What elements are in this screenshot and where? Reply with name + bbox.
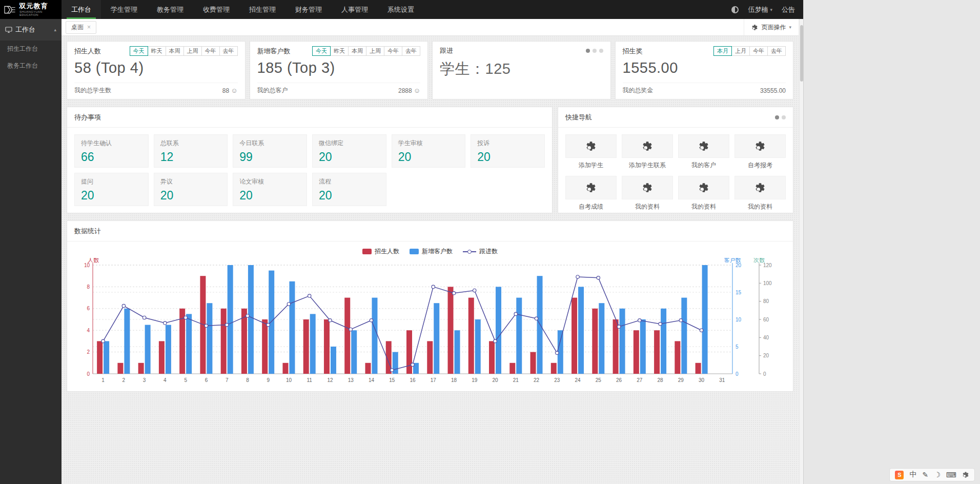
time-filter-button[interactable]: 今天 <box>312 46 331 56</box>
svg-text:0: 0 <box>87 371 90 377</box>
todo-item: 微信绑定20 <box>312 134 386 168</box>
todo-value: 20 <box>477 150 538 164</box>
second-row: 待办事项 待学生确认66总联系12今日联系99微信绑定20学生审核20投诉20提… <box>67 107 793 213</box>
sidebar-item[interactable]: 招生工作台 <box>0 41 62 57</box>
quick-nav-item[interactable]: 我的资料 <box>734 176 786 211</box>
nav-item[interactable]: 招生管理 <box>239 0 285 19</box>
time-filter-button[interactable]: 去年 <box>767 46 786 56</box>
time-filter-button[interactable]: 上周 <box>183 46 202 56</box>
time-filter-button[interactable]: 今年 <box>384 46 402 56</box>
todo-item: 待学生确认66 <box>74 134 149 168</box>
footer-value: 2888☺ <box>398 87 420 94</box>
nav-item[interactable]: 教务管理 <box>147 0 193 19</box>
smiley-icon: ☺ <box>414 87 420 94</box>
svg-text:10: 10 <box>84 263 90 268</box>
nav-item[interactable]: 工作台 <box>62 0 101 19</box>
svg-text:30: 30 <box>699 377 705 383</box>
legend-marker <box>463 249 476 255</box>
svg-text:60: 60 <box>763 317 769 322</box>
svg-text:18: 18 <box>451 377 457 383</box>
time-filter-button[interactable]: 今天 <box>130 46 148 56</box>
legend-item[interactable]: 新增客户数 <box>410 247 453 256</box>
notice-link[interactable]: 公告 <box>782 5 795 14</box>
legend-label: 新增客户数 <box>422 247 453 256</box>
vertical-scrollbar[interactable] <box>799 19 803 484</box>
footer-label: 我的总学生数 <box>74 86 111 95</box>
quick-nav-item[interactable]: 我的资料 <box>622 176 673 211</box>
moon-icon[interactable]: ☽ <box>934 471 941 479</box>
todo-value: 99 <box>239 150 300 164</box>
time-filter-button[interactable]: 上周 <box>366 46 384 56</box>
svg-text:10: 10 <box>286 377 292 383</box>
card-title: 新增客户数 <box>257 47 291 56</box>
carousel-dot[interactable] <box>775 115 779 119</box>
todo-label: 微信绑定 <box>319 139 380 148</box>
keyboard-icon[interactable]: ⌨ <box>946 471 956 479</box>
quick-nav-grid: 添加学生添加学生联系我的客户自考报考自考成绩我的资料我的资料我的资料 <box>558 128 793 218</box>
quick-nav-tile <box>565 176 617 199</box>
logo-icon <box>3 3 17 16</box>
nav-item[interactable]: 人事管理 <box>332 0 378 19</box>
time-filter-button[interactable]: 去年 <box>219 46 238 56</box>
time-filter-button[interactable]: 本周 <box>348 46 366 56</box>
todo-item: 异议20 <box>154 173 228 206</box>
quick-nav-item[interactable]: 自考报考 <box>734 134 786 170</box>
quick-nav-label: 我的资料 <box>622 203 673 211</box>
svg-text:8: 8 <box>87 284 90 290</box>
footer-label: 我的总奖金 <box>623 86 654 95</box>
time-filter-button[interactable]: 去年 <box>402 46 420 56</box>
stat-card-followup: 跟进 学生：125 <box>432 41 611 99</box>
carousel-dot[interactable] <box>586 49 590 53</box>
svg-text:80: 80 <box>763 298 769 304</box>
nav-item[interactable]: 财务管理 <box>285 0 332 19</box>
nav-item[interactable]: 学生管理 <box>101 0 147 19</box>
close-icon[interactable]: × <box>87 24 91 30</box>
quick-nav-item[interactable]: 我的客户 <box>678 134 729 170</box>
quick-nav-item[interactable]: 自考成绩 <box>565 176 617 211</box>
quick-nav-item[interactable]: 添加学生联系 <box>622 134 673 170</box>
ime-lang-toggle[interactable]: 中 <box>909 470 916 479</box>
time-filter-button[interactable]: 今年 <box>201 46 220 56</box>
nav-item[interactable]: 系统设置 <box>378 0 424 19</box>
settings-icon[interactable] <box>962 471 969 478</box>
brand-logo[interactable]: 双元教育 SHUANGYUAN EDUCATION <box>0 0 62 19</box>
todo-panel: 待办事项 待学生确认66总联系12今日联系99微信绑定20学生审核20投诉20提… <box>67 107 553 213</box>
carousel-dot[interactable] <box>782 115 786 119</box>
tab-label: 桌面 <box>71 23 84 32</box>
time-filter-button[interactable]: 今年 <box>749 46 768 56</box>
sidebar-item[interactable]: 教务工作台 <box>0 57 62 74</box>
time-filter-button[interactable]: 本周 <box>166 46 184 56</box>
footer-label: 我的总客户 <box>257 86 288 95</box>
sidebar-header-workbench[interactable]: 工作台 ▴ <box>0 19 62 41</box>
ime-logo-icon[interactable]: S <box>895 471 904 479</box>
quick-nav-item[interactable]: 添加学生 <box>565 134 617 170</box>
svg-text:次数: 次数 <box>753 258 765 263</box>
legend-item[interactable]: 跟进数 <box>463 247 498 256</box>
carousel-dot[interactable] <box>593 49 597 53</box>
nav-item[interactable]: 收费管理 <box>193 0 239 19</box>
svg-text:15: 15 <box>389 377 395 383</box>
time-filter-group: 本月上月今年去年 <box>714 46 786 56</box>
svg-text:6: 6 <box>87 306 90 311</box>
quick-nav-item[interactable]: 我的资料 <box>678 176 729 211</box>
time-filter-button[interactable]: 上月 <box>731 46 750 56</box>
time-filter-button[interactable]: 昨天 <box>330 46 349 56</box>
time-filter-button[interactable]: 昨天 <box>148 46 166 56</box>
legend-item[interactable]: 招生人数 <box>362 247 399 256</box>
scrollbar-thumb[interactable] <box>800 25 803 82</box>
carousel-dots <box>775 115 786 119</box>
carousel-dot[interactable] <box>599 49 603 53</box>
user-menu[interactable]: 伍梦楠 ▾ <box>748 5 772 14</box>
svg-text:20: 20 <box>763 353 769 358</box>
smiley-icon: ☺ <box>231 87 237 94</box>
page-operations-button[interactable]: 页面操作 ▾ <box>744 19 799 35</box>
theme-icon[interactable] <box>731 6 739 13</box>
chevron-down-icon: ▾ <box>770 7 772 12</box>
time-filter-button[interactable]: 本月 <box>713 46 732 56</box>
todo-value: 20 <box>160 189 221 203</box>
tab-desktop[interactable]: 桌面 × <box>66 21 96 34</box>
pen-icon[interactable]: ✎ <box>922 471 928 479</box>
svg-text:28: 28 <box>658 377 664 383</box>
time-filter-group: 今天昨天本周上周今年去年 <box>313 46 420 56</box>
chevron-up-icon: ▴ <box>54 27 56 32</box>
